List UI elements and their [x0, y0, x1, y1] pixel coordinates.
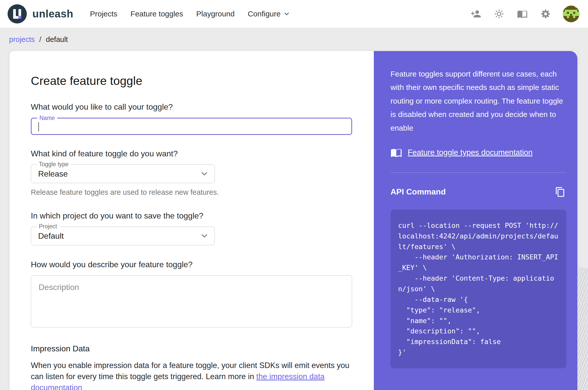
copy-icon	[555, 187, 566, 197]
create-toggle-form: Create feature toggle What would you lik…	[10, 51, 374, 390]
api-command-heading: API Command	[390, 187, 446, 197]
page-title: Create feature toggle	[31, 74, 352, 88]
unleash-logo[interactable]: unleash	[8, 4, 73, 23]
name-field: Name	[31, 118, 352, 135]
api-command-row: API Command	[390, 186, 566, 198]
toggle-type-label: Toggle type	[37, 161, 71, 168]
sidebar-intro-text: Feature toggles support different use ca…	[390, 67, 566, 135]
project-label: Project	[37, 223, 59, 230]
breadcrumb-separator: /	[39, 35, 41, 44]
type-question: What kind of feature toggle do you want?	[31, 149, 352, 158]
nav-configure-label: Configure	[248, 10, 281, 18]
feature-toggle-types-docs-link[interactable]: Feature toggle types documentation	[408, 148, 533, 157]
user-avatar-image	[563, 6, 579, 22]
description-question: How would you describe your feature togg…	[31, 260, 352, 269]
user-avatar[interactable]	[563, 6, 579, 22]
info-sidebar: Feature toggles support different use ca…	[374, 51, 577, 390]
chevron-down-icon	[200, 169, 209, 178]
nav-feature-toggles[interactable]: Feature toggles	[131, 10, 183, 18]
name-input[interactable]	[32, 118, 351, 134]
name-question: What would you like to call your toggle?	[31, 102, 352, 112]
documentation-book-icon	[517, 9, 528, 19]
toggle-type-select[interactable]: Toggle type Release	[31, 164, 215, 183]
chevron-down-icon	[283, 10, 290, 17]
breadcrumb-current: default	[46, 35, 68, 44]
main-nav: Projects Feature toggles Playground Conf…	[90, 10, 290, 18]
background-texture	[577, 268, 588, 390]
invite-user-icon	[471, 9, 481, 19]
nav-projects[interactable]: Projects	[90, 10, 117, 18]
nav-actions	[470, 6, 579, 22]
sidebar-divider	[390, 173, 566, 173]
impression-data-text: When you enable impression data for a fe…	[31, 360, 352, 390]
unleash-logo-icon	[8, 4, 27, 23]
project-question: In which project do you want to save the…	[31, 211, 352, 221]
project-value: Default	[38, 231, 64, 241]
book-icon	[390, 147, 402, 158]
project-select[interactable]: Project Default	[31, 227, 215, 245]
top-nav: unleash Projects Feature toggles Playgro…	[0, 0, 588, 28]
brightness-sun-icon	[494, 9, 504, 19]
text-cursor	[38, 122, 39, 131]
create-toggle-page: Create feature toggle What would you lik…	[10, 51, 577, 390]
theme-toggle-button[interactable]	[493, 8, 505, 20]
settings-button[interactable]	[540, 8, 552, 20]
description-textarea[interactable]	[31, 275, 352, 327]
api-command-code: curl --location --request POST 'http://l…	[390, 210, 566, 368]
breadcrumb-projects-link[interactable]: projects	[9, 35, 35, 44]
chevron-down-icon	[200, 231, 209, 240]
toggle-type-helper: Release feature toggles are used to rele…	[31, 188, 352, 197]
documentation-button[interactable]	[516, 8, 528, 20]
invite-user-button[interactable]	[470, 8, 482, 20]
copy-command-button[interactable]	[554, 186, 566, 198]
brand-name: unleash	[32, 8, 73, 20]
name-field-label: Name	[37, 115, 57, 121]
sidebar-docs-row: Feature toggle types documentation	[390, 147, 566, 158]
breadcrumb: projects / default	[0, 28, 588, 51]
nav-playground[interactable]: Playground	[196, 10, 235, 18]
impression-data-heading: Impression Data	[31, 344, 352, 353]
toggle-type-value: Release	[38, 169, 68, 179]
nav-configure[interactable]: Configure	[248, 10, 290, 18]
settings-gear-icon	[540, 9, 551, 19]
